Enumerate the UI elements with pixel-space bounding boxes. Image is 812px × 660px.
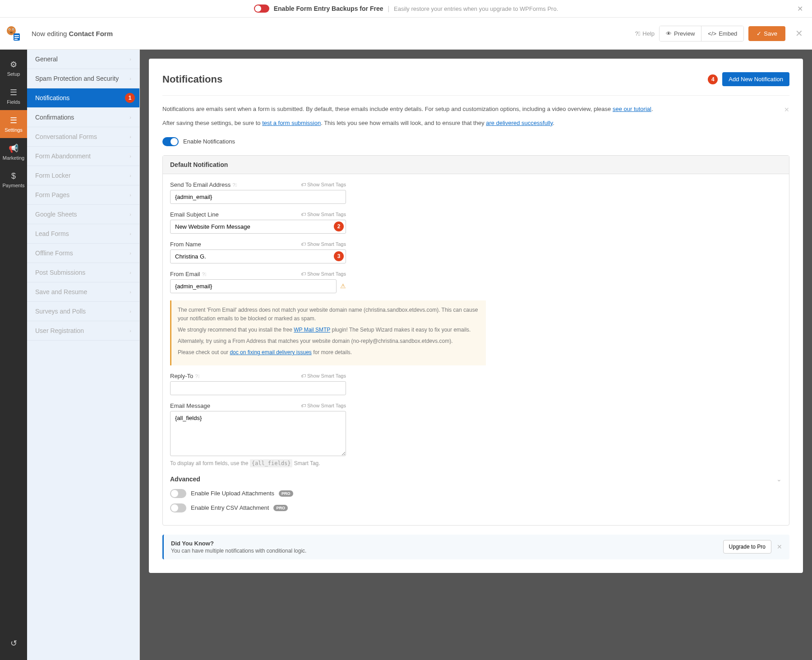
content-area: Notifications 4 Add New Notification Not… [140, 50, 812, 660]
smart-tags-link[interactable]: 🏷 Show Smart Tags [301, 182, 346, 187]
banner-close-icon[interactable]: ✕ [797, 5, 803, 13]
step-badge-2: 2 [334, 222, 344, 231]
reply-to-input[interactable] [170, 381, 346, 395]
check-icon: ✓ [757, 30, 761, 37]
svg-rect-9 [14, 39, 18, 40]
help-tooltip-icon[interactable]: ?⃝ [202, 272, 206, 277]
svg-point-4 [13, 29, 14, 30]
smart-tags-link[interactable]: 🏷 Show Smart Tags [301, 241, 346, 247]
enable-notifications-label: Enable Notifications [183, 138, 235, 145]
sidebar-notifications[interactable]: Notifications1 [27, 88, 139, 108]
help-tooltip-icon[interactable]: ?⃝ [232, 182, 237, 188]
nav-payments[interactable]: $Payments [0, 166, 27, 194]
sidebar-general[interactable]: General› [27, 50, 139, 69]
dyk-title: Did You Know? [171, 540, 306, 547]
from-name-input[interactable] [170, 249, 346, 263]
sliders-icon: ☰ [0, 115, 27, 125]
sidebar-pages[interactable]: Form Pages› [27, 185, 139, 205]
default-notification-block: Default Notification Send To Email Addre… [162, 155, 789, 526]
embed-button[interactable]: </>Embed [701, 26, 743, 41]
sidebar-userreg[interactable]: User Registration› [27, 321, 139, 341]
help-tooltip-icon[interactable]: ?⃝ [195, 374, 199, 379]
history-icon: ↺ [0, 638, 27, 648]
chevron-right-icon: › [129, 76, 131, 81]
send-to-label: Send To Email Address?⃝ [170, 181, 237, 188]
from-email-warning: The current 'From Email' address does no… [170, 300, 486, 365]
intro-paragraph-1: Notifications are emails sent when a for… [162, 105, 789, 114]
dismiss-intro-icon[interactable]: ✕ [784, 105, 789, 115]
file-upload-toggle[interactable] [170, 489, 186, 498]
smart-tags-link[interactable]: 🏷 Show Smart Tags [301, 403, 346, 408]
smart-tags-link[interactable]: 🏷 Show Smart Tags [301, 373, 346, 378]
pro-badge: PRO [279, 490, 293, 497]
settings-sidebar: General› Spam Protection and Security› N… [27, 50, 140, 660]
sidebar-offline[interactable]: Offline Forms› [27, 244, 139, 263]
upgrade-button[interactable]: Upgrade to Pro [723, 540, 771, 554]
enable-notifications-toggle[interactable] [162, 137, 179, 146]
subject-input[interactable] [170, 220, 346, 234]
close-builder-icon[interactable]: ✕ [795, 28, 803, 39]
chevron-right-icon: › [129, 212, 131, 217]
sidebar-saveresume[interactable]: Save and Resume› [27, 282, 139, 302]
chevron-down-icon: ⌄ [776, 475, 782, 483]
sidebar-sheets[interactable]: Google Sheets› [27, 205, 139, 224]
editing-label: Now editing Contact Form [32, 30, 113, 37]
list-icon: ☰ [0, 88, 27, 97]
sidebar-postsub[interactable]: Post Submissions› [27, 263, 139, 282]
message-hint: To display all form fields, use the {all… [170, 460, 346, 466]
sidebar-spam[interactable]: Spam Protection and Security› [27, 69, 139, 88]
preview-button[interactable]: 👁Preview [660, 26, 701, 41]
wpforms-logo[interactable] [0, 22, 27, 45]
test-submission-link[interactable]: test a form submission [262, 120, 321, 126]
file-upload-label: Enable File Upload Attachments [191, 490, 274, 497]
sidebar-conversational[interactable]: Conversational Forms› [27, 127, 139, 147]
step-badge-4: 4 [708, 74, 718, 84]
advanced-toggle[interactable]: Advanced ⌄ [170, 475, 782, 483]
smart-tags-link[interactable]: 🏷 Show Smart Tags [301, 212, 346, 217]
gear-icon: ⚙ [0, 60, 27, 69]
promo-banner: Enable Form Entry Backups for Free | Eas… [0, 0, 812, 18]
did-you-know-box: Did You Know? You can have multiple noti… [162, 535, 789, 559]
code-icon: </> [708, 30, 716, 37]
step-badge-1: 1 [125, 93, 135, 103]
delivery-doc-link[interactable]: doc on fixing email delivery issues [230, 349, 311, 355]
sidebar-locker[interactable]: Form Locker› [27, 166, 139, 185]
chevron-right-icon: › [129, 192, 131, 198]
banner-toggle-icon[interactable] [254, 5, 269, 13]
sidebar-abandonment[interactable]: Form Abandonment› [27, 147, 139, 166]
from-name-label: From Name [170, 241, 201, 248]
nav-setup[interactable]: ⚙Setup [0, 54, 27, 82]
csv-toggle[interactable] [170, 503, 186, 512]
chevron-right-icon: › [129, 153, 131, 159]
sidebar-confirmations[interactable]: Confirmations› [27, 108, 139, 127]
sidebar-surveys[interactable]: Surveys and Polls› [27, 302, 139, 321]
from-email-input[interactable] [170, 279, 337, 293]
svg-point-3 [9, 29, 10, 30]
tutorial-link[interactable]: see our tutorial [613, 106, 651, 112]
send-to-input[interactable] [170, 190, 346, 204]
csv-label: Enable Entry CSV Attachment [191, 504, 269, 511]
step-badge-3: 3 [334, 251, 344, 261]
builder-header: Now editing Contact Form ?⃝ Help 👁Previe… [0, 18, 812, 50]
bullhorn-icon: 📢 [0, 143, 27, 153]
help-link[interactable]: ?⃝ Help [635, 30, 655, 37]
svg-rect-7 [14, 35, 19, 36]
sidebar-leadforms[interactable]: Lead Forms› [27, 224, 139, 244]
save-button[interactable]: ✓Save [748, 26, 785, 41]
message-label: Email Message [170, 402, 210, 409]
nav-marketing[interactable]: 📢Marketing [0, 138, 27, 166]
nav-history[interactable]: ↺ [0, 633, 27, 655]
wpmailsmtp-link[interactable]: WP Mail SMTP [294, 327, 330, 333]
add-notification-button[interactable]: Add New Notification [722, 72, 789, 86]
nav-settings[interactable]: ☰Settings [0, 110, 27, 138]
nav-fields[interactable]: ☰Fields [0, 82, 27, 110]
banner-title: Enable Form Entry Backups for Free [274, 5, 383, 12]
reply-to-label: Reply-To?⃝ [170, 373, 199, 379]
dyk-close-icon[interactable]: ✕ [777, 543, 782, 550]
delivered-link[interactable]: are delivered successfully [486, 120, 553, 126]
chevron-right-icon: › [129, 231, 131, 236]
subject-label: Email Subject Line [170, 211, 219, 218]
message-textarea[interactable]: {all_fields} [170, 411, 346, 456]
smart-tags-link[interactable]: 🏷 Show Smart Tags [301, 271, 346, 277]
svg-point-5 [10, 32, 13, 33]
